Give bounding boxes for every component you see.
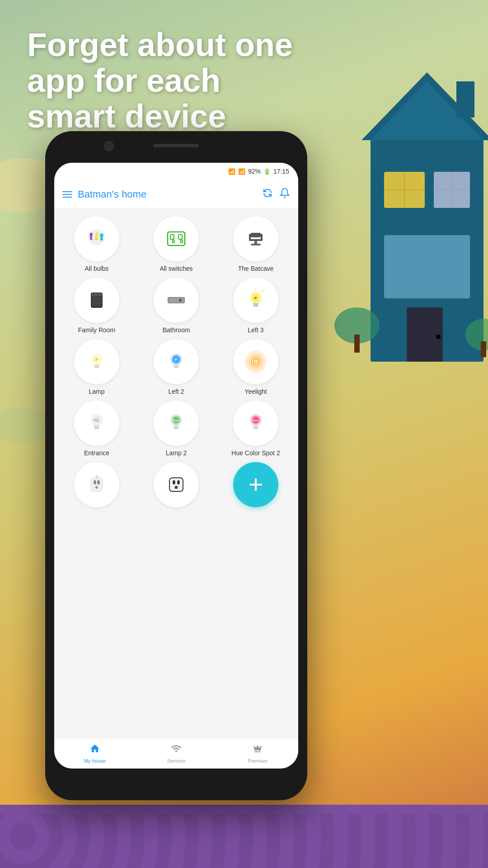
device-family-room[interactable]: Family Room bbox=[60, 278, 134, 334]
plug-2-icon bbox=[154, 462, 199, 507]
time-display: 17:15 bbox=[273, 168, 289, 175]
device-left-3[interactable]: P Left 3 bbox=[219, 278, 293, 334]
svg-text:hue: hue bbox=[94, 419, 99, 422]
nav-my-house[interactable]: My house bbox=[54, 743, 136, 764]
svg-rect-19 bbox=[95, 238, 98, 240]
nav-sensors[interactable]: Sensors bbox=[136, 743, 217, 764]
phone-screen: 📶 📶 92% 🔋 17:15 Batman's home bbox=[54, 163, 298, 769]
headline: Forget about one app for each smart devi… bbox=[27, 27, 316, 135]
svg-rect-84 bbox=[253, 428, 258, 429]
lamp-2-label: Lamp 2 bbox=[166, 449, 187, 457]
lamp-icon: P bbox=[74, 339, 119, 384]
svg-point-94 bbox=[175, 486, 178, 489]
battery-icon: 🔋 bbox=[263, 168, 271, 175]
svg-rect-20 bbox=[100, 239, 103, 241]
left-2-label: Left 2 bbox=[168, 388, 184, 395]
nav-premium[interactable]: Premium bbox=[217, 743, 298, 764]
add-icon bbox=[233, 462, 278, 507]
home-icon bbox=[89, 743, 100, 757]
svg-rect-60 bbox=[174, 367, 178, 368]
device-plug-1[interactable] bbox=[60, 462, 134, 511]
svg-rect-12 bbox=[456, 81, 474, 118]
device-lamp-2[interactable]: hue Lamp 2 bbox=[139, 401, 213, 457]
device-the-batcave[interactable]: The Batcave bbox=[219, 216, 293, 272]
svg-point-89 bbox=[95, 486, 98, 489]
svg-rect-26 bbox=[249, 239, 263, 241]
sensors-icon bbox=[171, 743, 182, 757]
sensors-label: Sensors bbox=[167, 758, 185, 764]
svg-rect-90 bbox=[95, 475, 98, 479]
lamp-2-icon: hue bbox=[154, 401, 199, 446]
svg-rect-59 bbox=[174, 364, 179, 367]
svg-rect-86 bbox=[91, 478, 103, 491]
battery-level: 92% bbox=[248, 168, 261, 175]
svg-rect-28 bbox=[261, 234, 263, 241]
device-hue-color-spot[interactable]: hue Hue Color Spot 2 bbox=[219, 401, 293, 457]
my-house-label: My house bbox=[84, 758, 106, 764]
svg-rect-27 bbox=[249, 234, 251, 241]
svg-rect-78 bbox=[174, 428, 178, 429]
entrance-label: Entrance bbox=[84, 449, 109, 457]
app-header: Batman's home bbox=[54, 180, 298, 209]
hue-color-spot-label: Hue Color Spot 2 bbox=[231, 449, 280, 457]
device-left-2[interactable]: P Left 2 bbox=[139, 339, 213, 395]
svg-rect-22 bbox=[170, 235, 174, 239]
signal-icon: 📶 bbox=[238, 168, 245, 175]
all-bulbs-icon bbox=[74, 216, 119, 261]
all-bulbs-label: All bulbs bbox=[85, 265, 109, 272]
left-2-icon: P bbox=[154, 339, 199, 384]
svg-point-87 bbox=[94, 480, 96, 485]
svg-rect-24 bbox=[173, 240, 174, 243]
device-bathroom[interactable]: Bathroom bbox=[139, 278, 213, 334]
svg-rect-72 bbox=[94, 428, 99, 429]
svg-point-41 bbox=[179, 299, 182, 302]
svg-rect-31 bbox=[251, 244, 261, 245]
svg-rect-25 bbox=[181, 240, 183, 243]
bathroom-icon bbox=[154, 278, 199, 323]
device-yeelight[interactable]: Yeelight bbox=[219, 339, 293, 395]
all-switches-icon bbox=[154, 216, 199, 261]
svg-rect-10 bbox=[407, 307, 443, 362]
notifications-button[interactable] bbox=[279, 188, 290, 201]
svg-rect-14 bbox=[354, 335, 360, 353]
phone-speaker bbox=[154, 144, 199, 147]
device-entrance[interactable]: hue Entrance bbox=[60, 401, 134, 457]
entrance-icon: hue bbox=[74, 401, 119, 446]
phone-camera bbox=[104, 141, 114, 151]
svg-text:hue: hue bbox=[173, 419, 179, 422]
batcave-label: The Batcave bbox=[238, 265, 274, 272]
svg-rect-46 bbox=[253, 305, 258, 307]
hue-color-spot-icon: hue bbox=[233, 401, 278, 446]
app-title: Batman's home bbox=[78, 189, 257, 200]
premium-label: Premium bbox=[248, 758, 267, 764]
left-3-label: Left 3 bbox=[248, 326, 263, 334]
svg-text:P: P bbox=[175, 358, 178, 362]
device-plug-2[interactable] bbox=[139, 462, 213, 511]
plug-1-icon bbox=[74, 462, 119, 507]
svg-rect-18 bbox=[90, 238, 93, 240]
bathroom-label: Bathroom bbox=[163, 326, 190, 334]
bottom-nav: My house Sensors Premium bbox=[54, 738, 298, 769]
svg-text:hue: hue bbox=[253, 419, 258, 422]
ground-pattern bbox=[0, 814, 488, 868]
menu-button[interactable] bbox=[62, 191, 72, 198]
add-device-button[interactable] bbox=[219, 462, 293, 511]
svg-text:P: P bbox=[95, 358, 98, 362]
refresh-button[interactable] bbox=[262, 188, 273, 201]
house-illustration bbox=[334, 45, 488, 443]
yeelight-icon bbox=[233, 339, 278, 384]
header-icons bbox=[262, 188, 290, 201]
device-grid: All bulbs bbox=[60, 216, 293, 511]
svg-point-93 bbox=[177, 480, 180, 485]
svg-point-88 bbox=[97, 480, 100, 485]
svg-rect-9 bbox=[384, 235, 470, 298]
svg-rect-77 bbox=[174, 425, 179, 428]
device-all-switches[interactable]: All switches bbox=[139, 216, 213, 272]
left-3-icon: P bbox=[233, 278, 278, 323]
device-lamp[interactable]: P Lamp bbox=[60, 339, 134, 395]
device-all-bulbs[interactable]: All bulbs bbox=[60, 216, 134, 272]
all-switches-label: All switches bbox=[160, 265, 192, 272]
svg-rect-23 bbox=[178, 235, 182, 239]
crown-icon bbox=[252, 743, 263, 757]
batcave-icon bbox=[233, 216, 278, 261]
